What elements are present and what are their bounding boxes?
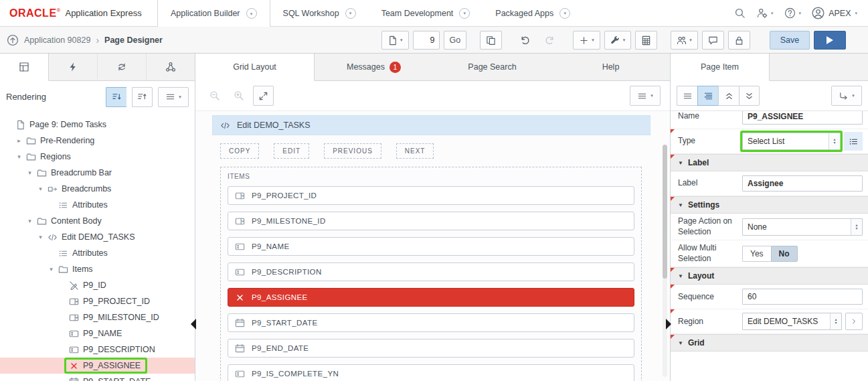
expand-arrow[interactable]: ▾ [36, 185, 45, 192]
sort-by-type-button[interactable] [132, 87, 153, 107]
tree-item-attributes[interactable]: Attributes [0, 245, 195, 261]
page-action-on-selection-select[interactable]: None▴▾ [742, 218, 863, 236]
up-to-application-icon[interactable] [7, 34, 19, 46]
tree-item-page-9-demo-tasks[interactable]: Page 9: Demo Tasks [0, 117, 195, 133]
grid-item-p9-start-date[interactable]: P9_START_DATE [228, 313, 634, 332]
grouped-view-button[interactable] [697, 86, 718, 106]
tab-processing[interactable] [98, 54, 147, 80]
tab-help[interactable]: Help [551, 54, 670, 80]
spinner-icon[interactable]: ▴▾ [830, 313, 841, 329]
grid-item-p9-assignee[interactable]: P9_ASSIGNEE [228, 288, 634, 307]
tab-page-search[interactable]: Page Search [433, 54, 551, 80]
grid-item-p9-description[interactable]: P9_DESCRIPTION [228, 262, 634, 281]
expand-arrow[interactable]: ▸ [15, 137, 23, 144]
section-header-settings[interactable]: ▼Settings [671, 196, 868, 214]
spinner-icon[interactable]: ▴▾ [829, 133, 840, 149]
collapse-left-panel-handle[interactable] [191, 319, 196, 329]
tab-page-item[interactable]: Page Item [671, 54, 770, 81]
previous-button[interactable]: PREVIOUS [324, 143, 381, 159]
page-selector-button[interactable]: ▾ [381, 31, 409, 50]
label-input[interactable] [742, 175, 863, 192]
expand-canvas-button[interactable] [253, 86, 274, 106]
expand-arrow[interactable]: ▾ [36, 234, 45, 240]
tree-item-items[interactable]: ▾Items [0, 261, 195, 277]
help-menu[interactable]: ▾ [784, 7, 802, 19]
tree-item-p9-milestone-id[interactable]: P9_MILESTONE_ID [0, 309, 195, 325]
tree-item-p9-description[interactable]: P9_DESCRIPTION [0, 341, 195, 358]
edit-button[interactable]: EDIT [274, 143, 309, 159]
zoom-in-button[interactable] [229, 86, 249, 105]
comments-button[interactable] [702, 31, 724, 50]
tree-item-p9-name[interactable]: P9_NAME [0, 325, 195, 341]
tab-shared-components[interactable] [147, 54, 195, 80]
utilities-menu-button[interactable]: ▾ [604, 31, 632, 50]
tab-grid-layout[interactable]: Grid Layout [195, 54, 315, 81]
region-select[interactable]: Edit DEMO_TASKS▴▾ [742, 313, 842, 330]
copy-button[interactable]: COPY [220, 143, 259, 159]
section-header-grid[interactable]: ▼Grid [671, 334, 868, 352]
undo-button[interactable] [515, 31, 535, 50]
tree-item-edit-demo-tasks[interactable]: ▾Edit DEMO_TASKS [0, 229, 195, 245]
tree-item-attributes[interactable]: Attributes [0, 197, 195, 213]
administration-menu[interactable]: ▾ [756, 7, 774, 19]
canvas-scrollbar[interactable] [663, 145, 667, 377]
tab-messages[interactable]: Messages1 [315, 54, 433, 80]
tree-item-p9-id[interactable]: P9_ID [0, 277, 195, 293]
create-menu-button[interactable]: ▾ [573, 31, 600, 50]
section-header-layout[interactable]: ▼Layout [671, 267, 868, 285]
page-lock-button[interactable] [728, 31, 750, 50]
tree-item-breadcrumb-bar[interactable]: ▾Breadcrumb Bar [0, 165, 195, 181]
section-header-label[interactable]: ▼Label [671, 154, 868, 171]
zoom-out-button[interactable] [205, 86, 225, 105]
name-input[interactable] [742, 111, 863, 125]
page-number-input[interactable] [413, 31, 440, 50]
go-button[interactable]: Go [444, 31, 467, 50]
next-button[interactable]: NEXT [396, 143, 434, 159]
tree-item-p9-start-date[interactable]: P9_START_DATE [0, 374, 195, 381]
expand-all-button[interactable] [739, 86, 760, 106]
redo-button[interactable] [539, 31, 559, 50]
tree-item-regions[interactable]: ▾Regions [0, 149, 195, 165]
sort-by-order-button[interactable] [106, 87, 126, 107]
expand-arrow[interactable]: ▾ [25, 169, 34, 176]
type-select[interactable]: Select List▴▾ [742, 133, 841, 150]
collapse-right-panel-handle[interactable] [666, 319, 671, 329]
collaboration-menu-button[interactable]: ▾ [671, 31, 698, 50]
search-icon[interactable] [734, 7, 746, 19]
layout-options-button[interactable]: ▾ [630, 86, 661, 106]
nav-tab-packaged-apps[interactable]: Packaged Apps▾ [483, 0, 583, 26]
expand-arrow[interactable]: ▾ [25, 218, 34, 224]
region-header[interactable]: Edit DEMO_TASKS [212, 115, 650, 135]
copy-page-button[interactable] [480, 31, 502, 50]
scrollbar-thumb[interactable] [663, 145, 667, 279]
tab-rendering[interactable] [0, 54, 49, 81]
grid-item-p9-end-date[interactable]: P9_END_DATE [228, 339, 634, 358]
show-all-button[interactable] [677, 86, 697, 106]
user-menu[interactable]: APEX ▾ [812, 7, 857, 19]
grid-item-p9-milestone-id[interactable]: P9_MILESTONE_ID [228, 212, 634, 230]
toggle-option-yes[interactable]: Yes [742, 246, 771, 262]
region-edit-demo-tasks[interactable]: Edit DEMO_TASKS COPYEDITPREVIOUSNEXT ITE… [212, 115, 650, 381]
tree-item-p9-project-id[interactable]: P9_PROJECT_ID [0, 293, 195, 309]
quick-pick-button[interactable] [844, 132, 863, 151]
spinner-icon[interactable]: ▴▾ [851, 219, 862, 235]
toggle-option-no[interactable]: No [771, 246, 798, 262]
nav-tab-sql-workshop[interactable]: SQL Workshop▾ [270, 0, 369, 26]
grid-item-p9-project-id[interactable]: P9_PROJECT_ID [228, 186, 634, 205]
nav-tab-team-development[interactable]: Team Development▾ [369, 0, 483, 26]
tree-item-content-body[interactable]: ▾Content Body [0, 213, 195, 229]
grid-item-p9-name[interactable]: P9_NAME [228, 237, 634, 256]
tab-dynamic-actions[interactable] [49, 54, 98, 80]
go-to-region-button[interactable] [845, 313, 863, 330]
rendering-menu-button[interactable]: ▾ [158, 87, 189, 107]
nav-tab-application-builder[interactable]: Application Builder▾ [157, 0, 270, 27]
expand-arrow[interactable]: ▾ [47, 266, 56, 273]
layout-view-button[interactable] [635, 31, 657, 50]
grid-item-p9-is-complete-yn[interactable]: P9_IS_COMPLETE_YN [228, 364, 634, 381]
breadcrumb-application-link[interactable]: Application 90829 [24, 35, 90, 45]
sequence-input[interactable] [742, 289, 863, 305]
goto-menu-button[interactable]: ▾ [831, 86, 862, 106]
tree-item-pre-rendering[interactable]: ▸Pre-Rendering [0, 133, 195, 149]
collapse-all-button[interactable] [718, 86, 739, 106]
tree-item-p9-assignee[interactable]: P9_ASSIGNEE [0, 358, 195, 374]
